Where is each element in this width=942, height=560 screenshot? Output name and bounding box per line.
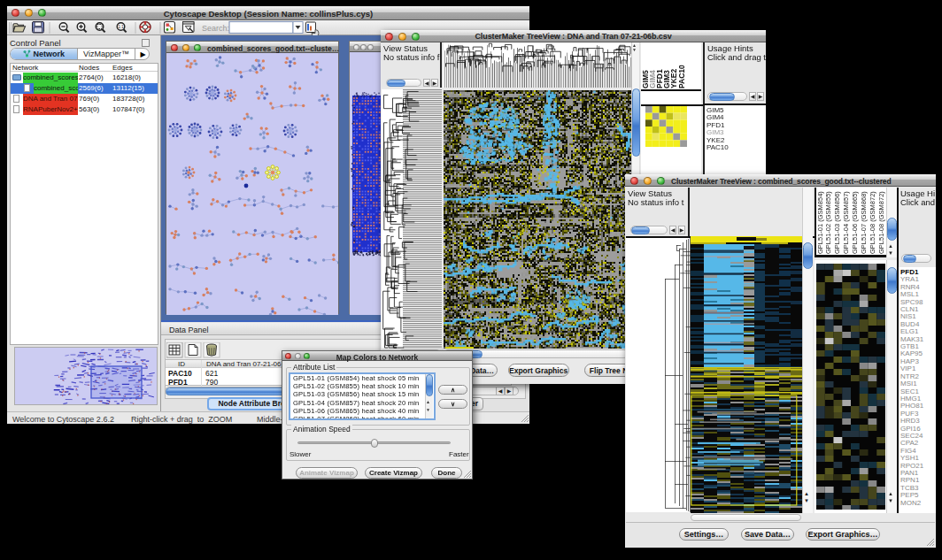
svg-text:1:1: 1:1 xyxy=(118,25,124,29)
svg-text:Search:: Search: xyxy=(202,24,229,33)
